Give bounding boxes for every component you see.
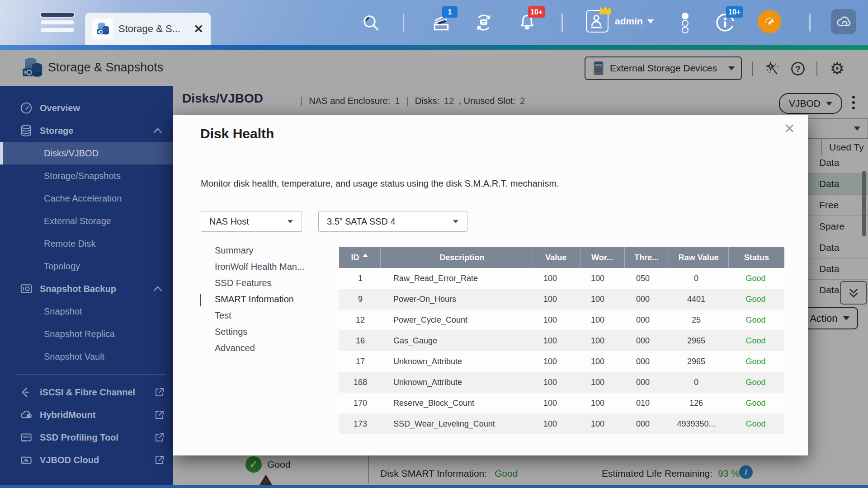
table-row[interactable]: 12Power_Cycle_Count10010000025Good (339, 310, 784, 330)
sidebar-item-snapshot-vault[interactable]: Snapshot Vault (0, 345, 173, 368)
selected-menu-indicator (200, 294, 201, 306)
menu-item-advanced[interactable]: Advanced (215, 340, 305, 356)
window-bottom-edge (0, 485, 868, 488)
username-label: admin (615, 16, 643, 27)
storage-snapshots-app-icon (92, 19, 113, 39)
sidebar-item-storage-snapshots[interactable]: Storage/Snapshots (0, 164, 173, 187)
topbar-divider (561, 14, 563, 32)
menu-item-ironwolf[interactable]: IronWolf Health Man... (215, 258, 305, 275)
table-row[interactable]: 173SSD_Wear_Leveling_Count10010000049393… (339, 413, 784, 434)
sidebar-item-topology[interactable]: Topology (0, 255, 173, 277)
topbar-divider (809, 14, 811, 32)
sidebar-item-vjbod-cloud[interactable]: VJBOD Cloud (0, 449, 173, 471)
hybridmount-cloud-icon (19, 408, 33, 422)
sidebar-item-hybridmount[interactable]: HybridMount (0, 404, 173, 426)
svg-text:SSD: SSD (23, 435, 30, 439)
app-tab-close-icon[interactable]: ✕ (193, 22, 203, 36)
sidebar-item-cache-acceleration[interactable]: Cache Acceleration (0, 187, 173, 210)
status-badge: Good (727, 336, 784, 346)
sidebar-item-disks-vjbod[interactable]: Disks/VJBOD (0, 142, 173, 164)
sort-ascending-icon (363, 253, 368, 257)
dialog-menu: Summary IronWolf Health Man... SSD Featu… (215, 242, 305, 356)
chevron-down-icon (647, 19, 654, 23)
external-link-icon (154, 387, 165, 398)
avatar (586, 10, 609, 33)
qts-desktop: Storage & S... ✕ 1 10+ (0, 0, 868, 488)
status-badge: Good (727, 399, 784, 408)
chevron-down-icon (453, 220, 458, 223)
app-tab-title: Storage & S... (118, 23, 193, 35)
sidebar-item-remote-disk[interactable]: Remote Disk (0, 232, 173, 255)
sync-backup-icon[interactable] (472, 11, 495, 34)
external-link-icon (154, 455, 165, 465)
sidebar-item-external-storage[interactable]: External Storage (0, 210, 173, 232)
column-header-worst[interactable]: Wor... (580, 247, 624, 268)
column-header-raw-value[interactable]: Raw Value (669, 247, 729, 268)
chevron-down-icon (288, 220, 293, 223)
status-badge: Good (727, 295, 784, 304)
column-header-id[interactable]: ID (339, 247, 380, 268)
system-info-icon[interactable]: 10+ (713, 11, 737, 34)
column-header-threshold[interactable]: Thre... (624, 247, 669, 268)
menu-item-test[interactable]: Test (215, 307, 305, 324)
sidebar-item-overview[interactable]: Overview (0, 97, 173, 119)
iscsi-icon (19, 385, 33, 399)
sidebar-item-snapshot-replica[interactable]: Snapshot Replica (0, 323, 173, 345)
more-options-icon[interactable] (678, 12, 692, 34)
column-header-description[interactable]: Description (380, 247, 532, 268)
main-menu-icon[interactable] (41, 13, 74, 36)
table-row[interactable]: 168Unknown_Attribute1001000000Good (339, 372, 784, 393)
status-badge: Good (727, 274, 784, 283)
app-tab-storage-snapshots[interactable]: Storage & S... ✕ (85, 13, 211, 45)
chevron-up-icon (152, 285, 163, 292)
table-row[interactable]: 9Power-On_Hours1001000004401Good (339, 289, 784, 310)
notifications-bell-icon[interactable]: 10+ (515, 11, 539, 34)
status-badge: Good (727, 419, 784, 429)
myqnapcloud-icon[interactable] (831, 9, 856, 34)
dialog-title: Disk Health (200, 126, 274, 141)
ssd-icon: SSD (19, 430, 33, 445)
menu-item-ssd-features[interactable]: SSD Features (215, 275, 305, 291)
overview-gauge-icon (19, 101, 33, 115)
disk-select[interactable]: 3.5” SATA SSD 4 (318, 211, 467, 232)
host-select[interactable]: NAS Host (201, 211, 302, 232)
sidebar-item-snapshot[interactable]: Snapshot (0, 300, 173, 323)
sidebar: Overview Storage Disks/VJBOD Storage/Sna… (0, 86, 173, 488)
topbar-divider (403, 14, 404, 32)
notifications-badge: 10+ (528, 6, 545, 18)
sidebar-item-iscsi-fibre-channel[interactable]: iSCSI & Fibre Channel (0, 381, 173, 404)
sidebar-divider (16, 374, 166, 375)
table-row[interactable]: 16Gas_Gauge1001000002965Good (339, 330, 784, 351)
vjbod-cloud-icon (19, 453, 33, 467)
dialog-close-icon[interactable]: ✕ (784, 121, 795, 136)
sidebar-item-storage[interactable]: Storage (0, 119, 173, 142)
snapshot-camera-icon (19, 282, 33, 296)
dashboard-gauge-icon[interactable] (758, 10, 781, 33)
user-menu[interactable]: admin (586, 10, 654, 33)
dialog-description: Monitor disk health, temperature, and us… (201, 178, 559, 189)
external-link-icon (154, 409, 165, 420)
accent-strip (0, 45, 868, 50)
table-header-row: ID Description Value Wor... Thre... Raw … (339, 247, 784, 268)
table-row[interactable]: 17Unknown_Attribute1001000002965Good (339, 351, 784, 372)
top-bar: Storage & S... ✕ 1 10+ (0, 0, 868, 45)
column-header-status[interactable]: Status (728, 247, 784, 268)
table-row[interactable]: 1Raw_Read_Error_Rate1001000500Good (339, 268, 784, 289)
menu-item-settings[interactable]: Settings (215, 324, 305, 340)
sidebar-item-snapshot-backup[interactable]: Snapshot Backup (0, 277, 173, 300)
system-info-badge: 10+ (726, 6, 743, 18)
dialog-header-divider (173, 154, 808, 154)
storage-db-icon (19, 123, 33, 138)
modal-dim-overlay (0, 50, 868, 86)
sidebar-item-ssd-profiling-tool[interactable]: SSD SSD Profiling Tool (0, 426, 173, 449)
column-header-value[interactable]: Value (532, 247, 580, 268)
menu-item-summary[interactable]: Summary (215, 242, 305, 258)
status-badge: Good (727, 378, 784, 387)
search-icon[interactable] (359, 11, 382, 34)
background-tasks-icon[interactable]: 1 (429, 11, 453, 34)
menu-item-smart-information[interactable]: SMART Information (215, 291, 305, 307)
table-row[interactable]: 170Reserve_Block_Count100100010126Good (339, 393, 784, 413)
disk-health-dialog: Disk Health ✕ Monitor disk health, tempe… (173, 115, 808, 455)
external-link-icon (154, 432, 165, 443)
chevron-up-icon (152, 127, 163, 134)
